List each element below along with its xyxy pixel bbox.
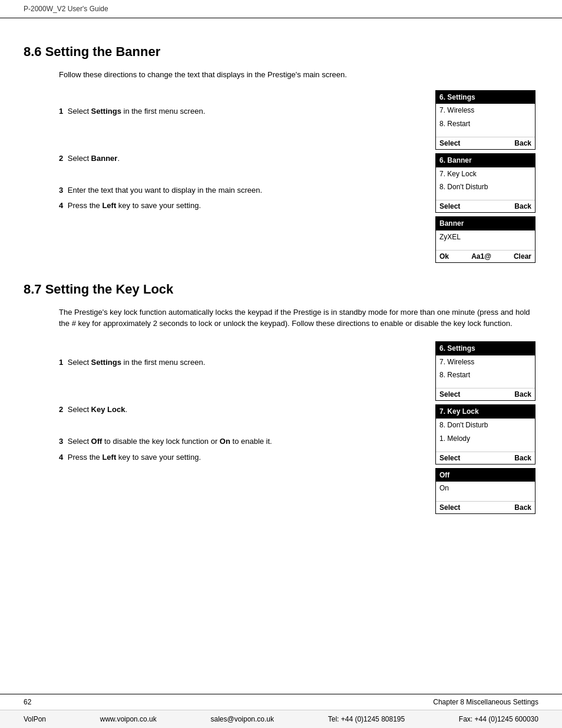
step-87-1: 1 Select Settings in the first menu scre…	[59, 341, 429, 388]
screen-87-2-footer: Select Back	[436, 452, 535, 464]
section-87: 8.7 Setting the Key Lock The Prestige's …	[24, 282, 538, 514]
screen-86-1-highlighted: 6. Settings	[436, 91, 535, 104]
screen-86-2-item1: 7. Key Lock	[436, 167, 535, 181]
screen-87-2-item2: 1. Melody	[436, 432, 535, 446]
footer-fax: Fax: +44 (0)1245 600030	[459, 715, 538, 723]
screen-86-2-select: Select	[439, 202, 460, 210]
screen-86-3-aa1: Aa1@	[471, 252, 491, 261]
footer-tel: Tel: +44 (0)1245 808195	[328, 715, 405, 723]
screen-86-1-back: Back	[514, 139, 531, 147]
screen-86-3-ok: Ok	[439, 252, 449, 261]
screen-86-2-highlighted: 6. Banner	[436, 154, 535, 167]
footer-company: VolPon	[24, 715, 46, 723]
section-87-steps: 1 Select Settings in the first menu scre…	[59, 341, 435, 514]
screen-86-3-item1: ZyXEL	[436, 230, 535, 244]
section-86-steps: 1 Select Settings in the first menu scre…	[59, 90, 435, 263]
page-number: 62	[24, 698, 31, 706]
footer-contact-bar: VolPon www.voipon.co.uk sales@voipon.co.…	[0, 710, 562, 728]
step-86-2: 2 Select Banner.	[59, 137, 429, 185]
screen-87-3-highlighted: Off	[436, 469, 535, 482]
screen-87-3-select: Select	[439, 503, 460, 512]
screen-86-3: Banner ZyXEL Ok Aa1@ Clear	[435, 216, 535, 263]
screen-87-1-item2: 8. Restart	[436, 368, 535, 382]
header-title: P-2000W_V2 User's Guide	[24, 5, 108, 13]
screen-87-1-highlighted: 6. Settings	[436, 342, 535, 355]
section-86: 8.6 Setting the Banner Follow these dire…	[24, 44, 538, 263]
screen-86-1-item2: 8. Restart	[436, 117, 535, 131]
screen-86-1-footer: Select Back	[436, 137, 535, 149]
footer-page-number-bar: 62 Chapter 8 Miscellaneous Settings	[0, 694, 562, 710]
screen-87-2-back: Back	[514, 454, 531, 462]
screen-87-3-footer: Select Back	[436, 501, 535, 513]
step-87-34: 3 Select Off to disable the key lock fun…	[59, 436, 429, 467]
page-header: P-2000W_V2 User's Guide	[0, 0, 562, 18]
step-86-34: 3 Enter the text that you want to displa…	[59, 185, 429, 216]
chapter-label: Chapter 8 Miscellaneous Settings	[433, 698, 538, 706]
screen-87-2-highlighted: 7. Key Lock	[436, 405, 535, 419]
screen-86-2-back: Back	[514, 202, 531, 210]
screen-87-2-item1: 8. Don't Disturb	[436, 419, 535, 432]
screen-87-2-select: Select	[439, 454, 460, 462]
section-87-title: 8.7 Setting the Key Lock	[24, 282, 538, 297]
step-86-1: 1 Select Settings in the first menu scre…	[59, 90, 429, 137]
screen-87-1-back: Back	[514, 390, 531, 398]
screen-86-1: 6. Settings 7. Wireless 8. Restart Selec…	[435, 90, 535, 150]
screen-87-2: 7. Key Lock 8. Don't Disturb 1. Melody S…	[435, 404, 535, 464]
screen-86-2-item2: 8. Don't Disturb	[436, 180, 535, 194]
screen-86-1-item1: 7. Wireless	[436, 104, 535, 117]
screen-87-1-item1: 7. Wireless	[436, 355, 535, 369]
footer-website: www.voipon.co.uk	[100, 715, 157, 723]
screen-87-1-select: Select	[439, 390, 460, 398]
screen-87-3-item1: On	[436, 482, 535, 495]
screen-87-3: Off On Select Back	[435, 468, 535, 515]
section-87-screens: 6. Settings 7. Wireless 8. Restart Selec…	[435, 341, 538, 514]
screen-86-3-clear: Clear	[514, 252, 531, 261]
screen-87-3-back: Back	[514, 503, 531, 512]
screen-86-3-footer: Ok Aa1@ Clear	[436, 250, 535, 262]
screen-86-1-select: Select	[439, 139, 460, 147]
section-86-intro: Follow these directions to change the te…	[59, 69, 538, 81]
page-footer: 62 Chapter 8 Miscellaneous Settings VolP…	[0, 694, 562, 728]
section-87-intro: The Prestige's key lock function automat…	[59, 307, 538, 330]
screen-86-2: 6. Banner 7. Key Lock 8. Don't Disturb S…	[435, 153, 535, 213]
screen-86-2-footer: Select Back	[436, 200, 535, 212]
screen-86-3-highlighted: Banner	[436, 217, 535, 230]
footer-email: sales@voipon.co.uk	[210, 715, 274, 723]
screen-87-1: 6. Settings 7. Wireless 8. Restart Selec…	[435, 341, 535, 401]
step-87-2: 2 Select Key Lock.	[59, 388, 429, 436]
section-86-title: 8.6 Setting the Banner	[24, 44, 538, 60]
section-86-screens: 6. Settings 7. Wireless 8. Restart Selec…	[435, 90, 538, 263]
screen-87-1-footer: Select Back	[436, 388, 535, 400]
